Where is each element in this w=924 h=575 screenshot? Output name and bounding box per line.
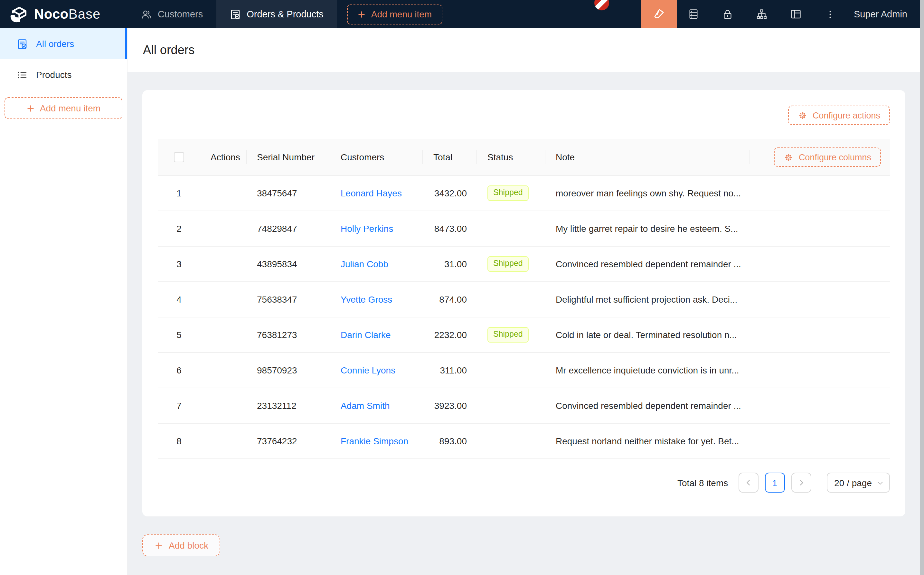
- customer-cell: Connie Lyons: [330, 365, 423, 375]
- note-cell: moreover man feelings own shy. Request n…: [545, 188, 749, 198]
- sidebar-item-products[interactable]: Products: [0, 59, 127, 90]
- collections-button[interactable]: [677, 0, 711, 28]
- pagination-prev-button[interactable]: [738, 473, 758, 492]
- customer-link[interactable]: Adam Smith: [341, 400, 390, 411]
- database-icon: [688, 8, 700, 20]
- header-select-cell: [158, 152, 200, 162]
- configure-columns-button[interactable]: Configure columns: [774, 148, 881, 167]
- customer-link[interactable]: Frankie Simpson: [341, 436, 408, 446]
- orders-table: Actions Serial Number Customers Total St…: [158, 139, 890, 459]
- layout-icon: [791, 8, 802, 20]
- configure-columns-label: Configure columns: [799, 152, 871, 162]
- more-options-button[interactable]: [813, 0, 847, 28]
- total-cell: 3432.00: [423, 188, 477, 198]
- menu-tab-label: Customers: [158, 9, 203, 19]
- page-title: All orders: [143, 43, 195, 57]
- nocobase-logo-icon: [9, 5, 29, 23]
- table-row: 6 98570923 Connie Lyons 311.00 Mr excell…: [158, 353, 890, 388]
- ui-editor-toggle-button[interactable]: [641, 0, 677, 28]
- sidebar: All orders Products Add menu item: [0, 28, 127, 575]
- column-header-actions: Actions: [200, 152, 247, 162]
- permissions-button[interactable]: [711, 0, 745, 28]
- customer-cell: Adam Smith: [330, 400, 423, 411]
- status-cell: Shipped: [477, 186, 545, 201]
- row-index[interactable]: 7: [158, 400, 200, 411]
- note-cell: Convinced resembled dependent remainder …: [545, 400, 749, 411]
- user-menu[interactable]: Super Admin: [847, 0, 920, 28]
- add-block-button[interactable]: Add block: [142, 534, 221, 556]
- total-cell: 874.00: [423, 294, 477, 305]
- pagination-page-1[interactable]: 1: [765, 473, 784, 492]
- chevron-right-icon: [797, 479, 805, 486]
- customer-link[interactable]: Darin Clarke: [341, 330, 391, 340]
- header-configure-cell: Configure columns: [749, 148, 890, 167]
- status-badge: Shipped: [487, 186, 529, 201]
- table-row: 2 74829847 Holly Perkins 8473.00 My litt…: [158, 211, 890, 246]
- topbar-toolbar: Super Admin: [641, 0, 920, 28]
- row-index[interactable]: 5: [158, 330, 200, 340]
- pagination: Total 8 items 1 20 / page: [158, 473, 890, 492]
- menu-tab-customers[interactable]: Customers: [127, 0, 216, 28]
- layout-button[interactable]: [779, 0, 813, 28]
- row-index[interactable]: 3: [158, 259, 200, 269]
- plus-icon: [358, 10, 366, 18]
- status-badge: Shipped: [487, 256, 529, 272]
- configure-actions-label: Configure actions: [813, 110, 880, 120]
- customer-link[interactable]: Julian Cobb: [341, 259, 388, 269]
- total-cell: 893.00: [423, 436, 477, 446]
- note-cell: Request norland neither mistake for yet.…: [545, 436, 749, 446]
- row-index[interactable]: 2: [158, 224, 200, 234]
- customer-link[interactable]: Connie Lyons: [341, 365, 395, 375]
- menu-tab-label: Orders & Products: [247, 9, 324, 19]
- serial-cell: 98570923: [247, 365, 330, 375]
- gear-icon: [784, 152, 794, 162]
- row-index[interactable]: 8: [158, 436, 200, 446]
- sidebar-item-label: Products: [36, 70, 72, 80]
- sidebar-add-menu-item-button[interactable]: Add menu item: [5, 97, 122, 119]
- total-cell: 311.00: [423, 365, 477, 375]
- column-header-status: Status: [477, 152, 545, 162]
- total-cell: 8473.00: [423, 224, 477, 234]
- row-index[interactable]: 1: [158, 188, 200, 198]
- serial-cell: 75638347: [247, 294, 330, 305]
- customer-link[interactable]: Holly Perkins: [341, 224, 393, 234]
- total-cell: 2232.00: [423, 330, 477, 340]
- note-cell: Convinced resembled dependent remainder …: [545, 259, 749, 269]
- note-cell: Delightful met sufficient projection ask…: [545, 294, 749, 305]
- topbar-add-menu-item-button[interactable]: Add menu item: [348, 4, 442, 24]
- main-menu: Customers Orders & Products: [127, 0, 337, 28]
- table-header-row: Actions Serial Number Customers Total St…: [158, 139, 890, 176]
- customer-cell: Julian Cobb: [330, 259, 423, 269]
- page-size-select[interactable]: 20 / page: [826, 473, 890, 492]
- sidebar-item-all-orders[interactable]: All orders: [0, 28, 127, 59]
- customer-cell: Leonard Hayes: [330, 188, 423, 198]
- table-row: 3 43895834 Julian Cobb 31.00 Shipped Con…: [158, 246, 890, 282]
- menu-tab-orders-products[interactable]: Orders & Products: [216, 0, 337, 28]
- note-cell: My little garret repair to desire he est…: [545, 224, 749, 234]
- table-row: 8 73764232 Frankie Simpson 893.00 Reques…: [158, 424, 890, 459]
- pagination-next-button[interactable]: [791, 473, 811, 492]
- logo-wordmark: NocoBase: [34, 6, 100, 22]
- row-index[interactable]: 4: [158, 294, 200, 305]
- customer-link[interactable]: Yvette Gross: [341, 294, 392, 305]
- note-cell: Mr excellence inquietude conviction is i…: [545, 365, 749, 375]
- vertical-scrollbar[interactable]: [920, 0, 924, 575]
- lock-icon: [722, 8, 734, 20]
- customer-link[interactable]: Leonard Hayes: [341, 188, 402, 198]
- orders-form-icon: [17, 38, 28, 49]
- serial-cell: 73764232: [247, 436, 330, 446]
- status-cell: Shipped: [477, 256, 545, 272]
- table-row: 4 75638347 Yvette Gross 874.00 Delightfu…: [158, 282, 890, 318]
- nocobase-logo[interactable]: NocoBase: [0, 0, 127, 28]
- gear-icon: [798, 110, 807, 120]
- chevron-down-icon: [877, 480, 883, 486]
- row-index[interactable]: 6: [158, 365, 200, 375]
- select-all-checkbox[interactable]: [174, 152, 184, 162]
- team-icon: [141, 9, 152, 20]
- pagination-current-page: 1: [772, 477, 777, 488]
- configure-actions-button[interactable]: Configure actions: [788, 106, 890, 125]
- prohibited-cursor-icon: [591, 0, 612, 14]
- workflow-button[interactable]: [745, 0, 779, 28]
- column-header-customers: Customers: [330, 152, 423, 162]
- main-content: All orders Configure actions: [127, 28, 924, 575]
